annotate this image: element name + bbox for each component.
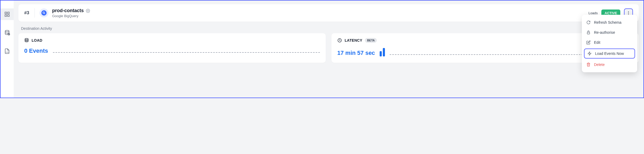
clock-icon [337, 38, 342, 43]
actions-menu: Refresh Schema Re-authorise Edit Load Ev… [582, 15, 637, 72]
trash-icon [586, 62, 591, 67]
latency-value: 17 min 57 sec [337, 50, 375, 56]
svg-line-10 [44, 13, 45, 14]
edit-icon [586, 40, 591, 45]
sidebar-item-log[interactable]: LOG [1, 45, 14, 57]
activity-title: Destination Activity [21, 26, 52, 31]
svg-point-4 [5, 30, 9, 32]
svg-point-11 [87, 10, 88, 11]
main-content: #3 prod-contacts Google BigQuery Loads A… [14, 1, 643, 98]
load-label: LOAD [32, 38, 42, 42]
svg-point-15 [25, 38, 28, 40]
load-sparkline [53, 52, 320, 53]
loads-label: Loads [588, 11, 598, 15]
menu-delete[interactable]: Delete [582, 60, 637, 70]
grid-icon [4, 11, 10, 17]
destination-subtitle: Google BigQuery [52, 14, 90, 18]
gear-icon[interactable] [86, 9, 90, 13]
dots-vertical-icon [626, 11, 631, 15]
divider [34, 8, 35, 18]
svg-point-12 [628, 11, 629, 12]
svg-point-13 [628, 13, 629, 13]
database-stack-icon [24, 38, 29, 43]
sidebar-item-database[interactable] [1, 27, 14, 38]
menu-delete-label: Delete [594, 62, 605, 67]
load-value: 0 Events [24, 47, 48, 54]
svg-text:LOG: LOG [6, 51, 9, 53]
svg-rect-3 [8, 15, 9, 16]
menu-load-now-label: Load Events Now [595, 51, 624, 56]
svg-point-9 [43, 12, 44, 13]
latency-label: LATENCY [345, 38, 362, 42]
latency-sparkline [380, 47, 385, 56]
lock-icon [586, 30, 591, 35]
destination-header: #3 prod-contacts Google BigQuery Loads A… [18, 4, 639, 22]
lightning-icon [587, 51, 592, 56]
menu-edit[interactable]: Edit [582, 37, 637, 47]
sidebar-item-dashboard[interactable] [1, 8, 14, 20]
load-card: LOAD 0 Events [18, 33, 326, 63]
svg-rect-1 [8, 12, 9, 14]
svg-rect-2 [5, 15, 7, 16]
log-file-icon: LOG [4, 48, 10, 54]
database-icon [4, 30, 10, 36]
svg-point-14 [628, 14, 629, 15]
menu-refresh-label: Refresh Schema [594, 20, 621, 25]
beta-badge: BETA [365, 38, 377, 43]
sidebar: LOG [1, 1, 14, 98]
destination-index: #3 [24, 10, 29, 16]
menu-load-events-now[interactable]: Load Events Now [584, 49, 635, 59]
bigquery-icon [39, 8, 48, 17]
svg-rect-0 [5, 12, 7, 14]
menu-edit-label: Edit [594, 40, 600, 45]
refresh-icon [586, 20, 591, 25]
svg-marker-18 [588, 52, 591, 55]
destination-title: prod-contacts [52, 8, 84, 13]
svg-rect-17 [587, 32, 589, 34]
svg-line-7 [9, 35, 10, 35]
menu-reauthorise[interactable]: Re-authorise [582, 27, 637, 37]
menu-refresh-schema[interactable]: Refresh Schema [582, 17, 637, 27]
menu-reauth-label: Re-authorise [594, 30, 615, 35]
